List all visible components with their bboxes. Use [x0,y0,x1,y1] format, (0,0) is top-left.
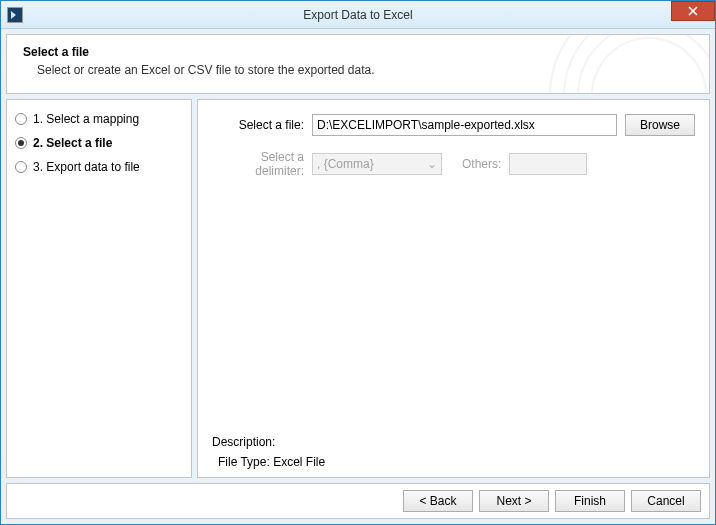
header-subtitle: Select or create an Excel or CSV file to… [23,63,693,77]
wizard-header: Select a file Select or create an Excel … [6,34,710,94]
titlebar: Export Data to Excel [1,1,715,29]
browse-button[interactable]: Browse [625,114,695,136]
step-select-mapping[interactable]: 1. Select a mapping [15,112,183,126]
dialog-window: Export Data to Excel Select a file Selec… [0,0,716,525]
file-row: Select a file: Browse [212,114,695,136]
delimiter-label: Select a delimiter: [212,150,304,178]
file-label: Select a file: [212,118,304,132]
wizard-footer: < Back Next > Finish Cancel [6,483,710,519]
others-label: Others: [462,157,501,171]
radio-icon [15,161,27,173]
back-button[interactable]: < Back [403,490,473,512]
close-icon [688,6,698,16]
file-path-input[interactable] [312,114,617,136]
description-heading: Description: [212,435,695,449]
step-select-file[interactable]: 2. Select a file [15,136,183,150]
description-block: Description: File Type: Excel File [212,435,695,469]
others-input [509,153,587,175]
delimiter-value: , {Comma} [317,157,374,171]
cancel-button[interactable]: Cancel [631,490,701,512]
close-button[interactable] [671,1,715,21]
app-icon [7,7,23,23]
description-line: File Type: Excel File [212,455,695,469]
delimiter-row: Select a delimiter: , {Comma} ⌄ Others: [212,150,695,178]
wizard-content: Select a file: Browse Select a delimiter… [197,99,710,478]
step-label: 2. Select a file [33,136,112,150]
radio-icon [15,137,27,149]
step-label: 1. Select a mapping [33,112,139,126]
wizard-steps: 1. Select a mapping 2. Select a file 3. … [6,99,192,478]
header-title: Select a file [23,45,693,59]
window-title: Export Data to Excel [1,8,715,22]
step-label: 3. Export data to file [33,160,140,174]
body-row: 1. Select a mapping 2. Select a file 3. … [6,99,710,478]
delimiter-combo: , {Comma} ⌄ [312,153,442,175]
step-export-data[interactable]: 3. Export data to file [15,160,183,174]
radio-icon [15,113,27,125]
chevron-down-icon: ⌄ [427,157,437,171]
client-area: Select a file Select or create an Excel … [1,29,715,524]
next-button[interactable]: Next > [479,490,549,512]
finish-button[interactable]: Finish [555,490,625,512]
